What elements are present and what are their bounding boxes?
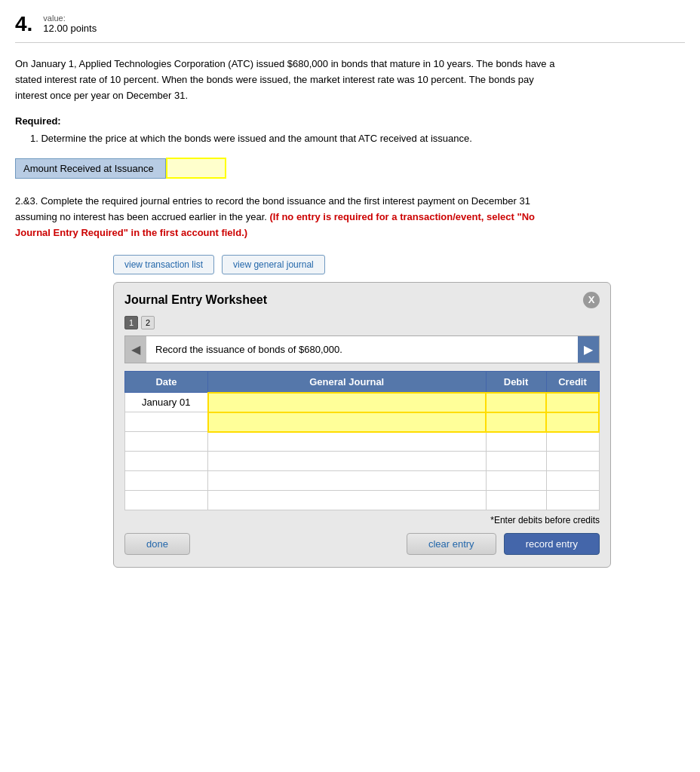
table-row-date-3 xyxy=(125,452,208,471)
page-1-indicator[interactable]: 1 xyxy=(124,316,138,329)
points-label: 12.00 points xyxy=(43,23,97,34)
table-row-date-5 xyxy=(125,491,208,510)
table-row-credit-3[interactable] xyxy=(546,452,599,471)
worksheet-title-row: Journal Entry Worksheet X xyxy=(124,292,600,308)
page-2-indicator[interactable]: 2 xyxy=(141,316,155,329)
table-row-debit-5[interactable] xyxy=(486,491,546,510)
amount-received-input[interactable] xyxy=(166,158,226,179)
table-row-journal-5[interactable] xyxy=(208,491,487,510)
debit-input-2[interactable] xyxy=(490,436,543,448)
credit-input-4[interactable] xyxy=(550,475,596,487)
debit-input-5[interactable] xyxy=(490,495,543,507)
table-row-debit-1[interactable] xyxy=(486,412,546,432)
page-indicators: 1 2 xyxy=(124,316,600,329)
journal-input-0[interactable] xyxy=(212,397,483,409)
table-row-journal-2[interactable] xyxy=(208,432,487,452)
col-debit: Debit xyxy=(486,371,546,393)
enter-note: *Enter debits before credits xyxy=(124,515,600,525)
record-text: Record the issuance of bonds of $680,000… xyxy=(146,336,578,363)
table-row-journal-4[interactable] xyxy=(208,471,487,491)
table-row-credit-1[interactable] xyxy=(546,412,599,432)
table-row-journal-0[interactable] xyxy=(208,393,487,412)
credit-input-5[interactable] xyxy=(550,495,596,507)
record-nav: ◀ Record the issuance of bonds of $680,0… xyxy=(124,335,600,363)
question-header: 4. value: 12.00 points xyxy=(15,8,685,43)
record-entry-button[interactable]: record entry xyxy=(504,533,600,555)
journal-input-3[interactable] xyxy=(211,455,483,467)
table-row-credit-0[interactable] xyxy=(546,393,599,412)
table-row-date-2 xyxy=(125,432,208,452)
amount-received-row: Amount Received at Issuance xyxy=(15,158,685,179)
required-item-1: 1. Determine the price at which the bond… xyxy=(30,131,685,147)
journal-input-1[interactable] xyxy=(212,416,483,428)
value-label: value: xyxy=(43,14,97,23)
journal-input-4[interactable] xyxy=(211,475,483,487)
required-label: Required: xyxy=(15,115,685,127)
question-number: 4. xyxy=(15,14,32,35)
next-record-button[interactable]: ▶ xyxy=(578,336,599,363)
buttons-row: view transaction list view general journ… xyxy=(113,255,685,274)
debit-input-0[interactable] xyxy=(490,397,542,409)
table-row-debit-3[interactable] xyxy=(486,452,546,471)
worksheet-title: Journal Entry Worksheet xyxy=(124,293,267,307)
debit-input-3[interactable] xyxy=(490,455,543,467)
journal-table: Date General Journal Debit Credit Januar… xyxy=(124,371,600,511)
prev-record-button[interactable]: ◀ xyxy=(125,336,146,363)
col-journal: General Journal xyxy=(208,371,487,393)
credit-input-2[interactable] xyxy=(550,436,596,448)
table-row-credit-2[interactable] xyxy=(546,432,599,452)
table-row-debit-0[interactable] xyxy=(486,393,546,412)
table-row-credit-4[interactable] xyxy=(546,471,599,491)
table-row-debit-2[interactable] xyxy=(486,432,546,452)
done-button[interactable]: done xyxy=(124,533,190,555)
table-row-credit-5[interactable] xyxy=(546,491,599,510)
debit-input-4[interactable] xyxy=(490,475,543,487)
journal-input-5[interactable] xyxy=(211,495,483,507)
journal-input-2[interactable] xyxy=(211,436,483,448)
question-meta: value: 12.00 points xyxy=(43,14,97,34)
debit-input-1[interactable] xyxy=(490,416,542,428)
clear-entry-button[interactable]: clear entry xyxy=(407,533,496,555)
table-row-date-0: January 01 xyxy=(125,393,208,412)
credit-input-1[interactable] xyxy=(550,416,595,428)
table-row-journal-3[interactable] xyxy=(208,452,487,471)
close-button[interactable]: X xyxy=(583,292,600,308)
worksheet-footer: done clear entry record entry xyxy=(124,533,600,555)
col-date: Date xyxy=(125,371,208,393)
credit-input-3[interactable] xyxy=(550,455,596,467)
view-transaction-list-button[interactable]: view transaction list xyxy=(113,255,214,274)
col-credit: Credit xyxy=(546,371,599,393)
view-general-journal-button[interactable]: view general journal xyxy=(222,255,325,274)
amount-received-label: Amount Received at Issuance xyxy=(15,158,166,179)
table-row-date-1 xyxy=(125,412,208,432)
table-row-journal-1[interactable] xyxy=(208,412,487,432)
section-2-3-prefix: 2.&3. xyxy=(15,195,38,207)
journal-worksheet: Journal Entry Worksheet X 1 2 ◀ Record t… xyxy=(113,282,611,568)
question-body: On January 1, Applied Technologies Corpo… xyxy=(15,43,685,575)
table-row-debit-4[interactable] xyxy=(486,471,546,491)
footer-right-buttons: clear entry record entry xyxy=(407,533,600,555)
table-row-date-4 xyxy=(125,471,208,491)
problem-text: On January 1, Applied Technologies Corpo… xyxy=(15,57,558,103)
section-2-3: 2.&3. Complete the required journal entr… xyxy=(15,194,558,240)
credit-input-0[interactable] xyxy=(550,397,595,409)
